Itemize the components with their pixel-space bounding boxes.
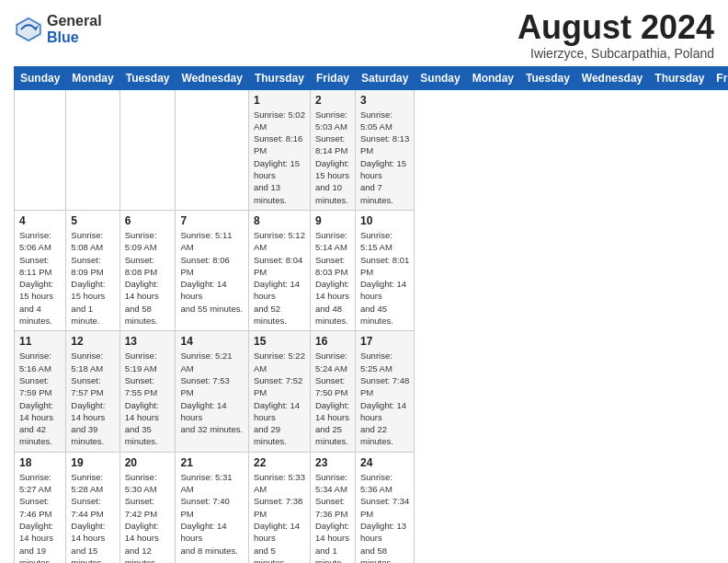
day-info: Sunrise: 5:11 AM Sunset: 8:06 PM Dayligh… bbox=[180, 229, 243, 315]
calendar-table: SundayMondayTuesdayWednesdayThursdayFrid… bbox=[14, 66, 728, 563]
day-number: 10 bbox=[360, 214, 409, 227]
day-number: 12 bbox=[71, 335, 114, 348]
calendar-week-3: 11Sunrise: 5:16 AM Sunset: 7:59 PM Dayli… bbox=[15, 331, 729, 452]
day-info: Sunrise: 5:08 AM Sunset: 8:09 PM Dayligh… bbox=[71, 229, 114, 327]
day-number: 19 bbox=[71, 456, 114, 469]
day-number: 15 bbox=[254, 335, 305, 348]
calendar-cell: 13Sunrise: 5:19 AM Sunset: 7:55 PM Dayli… bbox=[119, 331, 176, 452]
day-info: Sunrise: 5:14 AM Sunset: 8:03 PM Dayligh… bbox=[315, 229, 350, 327]
calendar-cell: 10Sunrise: 5:15 AM Sunset: 8:01 PM Dayli… bbox=[355, 210, 414, 330]
day-number: 23 bbox=[315, 456, 350, 469]
location-subtitle: Iwierzyce, Subcarpathia, Poland bbox=[518, 46, 714, 61]
day-info: Sunrise: 5:02 AM Sunset: 8:16 PM Dayligh… bbox=[254, 109, 305, 206]
calendar-cell: 5Sunrise: 5:08 AM Sunset: 8:09 PM Daylig… bbox=[66, 210, 119, 330]
weekday-header-monday: Monday bbox=[466, 66, 519, 89]
day-number: 6 bbox=[125, 214, 171, 227]
calendar-week-4: 18Sunrise: 5:27 AM Sunset: 7:46 PM Dayli… bbox=[15, 452, 729, 563]
calendar-cell: 20Sunrise: 5:30 AM Sunset: 7:42 PM Dayli… bbox=[119, 452, 176, 563]
day-number: 3 bbox=[360, 94, 409, 107]
weekday-header-monday: Monday bbox=[66, 66, 119, 89]
day-number: 7 bbox=[180, 214, 243, 227]
day-number: 8 bbox=[254, 214, 305, 227]
day-info: Sunrise: 5:18 AM Sunset: 7:57 PM Dayligh… bbox=[71, 350, 114, 447]
calendar-cell: 18Sunrise: 5:27 AM Sunset: 7:46 PM Dayli… bbox=[15, 452, 66, 563]
day-number: 16 bbox=[315, 335, 350, 348]
calendar-cell: 19Sunrise: 5:28 AM Sunset: 7:44 PM Dayli… bbox=[66, 452, 119, 563]
calendar-cell: 1Sunrise: 5:02 AM Sunset: 8:16 PM Daylig… bbox=[248, 89, 310, 210]
calendar-cell: 21Sunrise: 5:31 AM Sunset: 7:40 PM Dayli… bbox=[176, 452, 248, 563]
day-info: Sunrise: 5:34 AM Sunset: 7:36 PM Dayligh… bbox=[315, 471, 350, 563]
svg-marker-0 bbox=[16, 16, 42, 42]
logo-general: General bbox=[47, 13, 102, 29]
calendar-cell: 7Sunrise: 5:11 AM Sunset: 8:06 PM Daylig… bbox=[176, 210, 248, 330]
weekday-header-wednesday: Wednesday bbox=[176, 66, 248, 89]
day-number: 5 bbox=[71, 214, 114, 227]
calendar-cell: 12Sunrise: 5:18 AM Sunset: 7:57 PM Dayli… bbox=[66, 331, 119, 452]
weekday-header-friday: Friday bbox=[310, 66, 355, 89]
calendar-cell bbox=[15, 89, 66, 210]
day-number: 1 bbox=[254, 94, 305, 107]
calendar-cell: 22Sunrise: 5:33 AM Sunset: 7:38 PM Dayli… bbox=[248, 452, 310, 563]
calendar-cell: 6Sunrise: 5:09 AM Sunset: 8:08 PM Daylig… bbox=[119, 210, 176, 330]
calendar-week-2: 4Sunrise: 5:06 AM Sunset: 8:11 PM Daylig… bbox=[15, 210, 729, 330]
title-block: August 2024 Iwierzyce, Subcarpathia, Pol… bbox=[518, 9, 714, 61]
day-number: 14 bbox=[180, 335, 243, 348]
calendar-cell: 24Sunrise: 5:36 AM Sunset: 7:34 PM Dayli… bbox=[355, 452, 414, 563]
calendar-cell: 14Sunrise: 5:21 AM Sunset: 7:53 PM Dayli… bbox=[176, 331, 248, 452]
calendar-cell bbox=[66, 89, 119, 210]
calendar-cell: 17Sunrise: 5:25 AM Sunset: 7:48 PM Dayli… bbox=[355, 331, 414, 452]
logo-icon bbox=[14, 15, 43, 44]
weekday-header-thursday: Thursday bbox=[649, 66, 711, 89]
day-info: Sunrise: 5:06 AM Sunset: 8:11 PM Dayligh… bbox=[19, 229, 61, 327]
weekday-header-thursday: Thursday bbox=[248, 66, 310, 89]
day-info: Sunrise: 5:28 AM Sunset: 7:44 PM Dayligh… bbox=[71, 471, 114, 563]
day-info: Sunrise: 5:25 AM Sunset: 7:48 PM Dayligh… bbox=[360, 350, 409, 447]
day-info: Sunrise: 5:22 AM Sunset: 7:52 PM Dayligh… bbox=[254, 350, 305, 447]
logo: General Blue bbox=[14, 13, 102, 45]
weekday-header-tuesday: Tuesday bbox=[520, 66, 576, 89]
calendar-header-row: SundayMondayTuesdayWednesdayThursdayFrid… bbox=[15, 66, 729, 89]
day-info: Sunrise: 5:31 AM Sunset: 7:40 PM Dayligh… bbox=[180, 471, 243, 557]
weekday-header-saturday: Saturday bbox=[355, 66, 414, 89]
day-number: 4 bbox=[19, 214, 61, 227]
day-info: Sunrise: 5:12 AM Sunset: 8:04 PM Dayligh… bbox=[254, 229, 305, 327]
weekday-header-tuesday: Tuesday bbox=[119, 66, 176, 89]
day-number: 2 bbox=[315, 94, 350, 107]
calendar-cell: 8Sunrise: 5:12 AM Sunset: 8:04 PM Daylig… bbox=[248, 210, 310, 330]
day-number: 17 bbox=[360, 335, 409, 348]
weekday-header-wednesday: Wednesday bbox=[575, 66, 648, 89]
day-info: Sunrise: 5:24 AM Sunset: 7:50 PM Dayligh… bbox=[315, 350, 350, 447]
logo-text: General Blue bbox=[47, 13, 102, 45]
calendar-cell: 3Sunrise: 5:05 AM Sunset: 8:13 PM Daylig… bbox=[355, 89, 414, 210]
day-info: Sunrise: 5:21 AM Sunset: 7:53 PM Dayligh… bbox=[180, 350, 243, 435]
day-number: 22 bbox=[254, 456, 305, 469]
day-info: Sunrise: 5:09 AM Sunset: 8:08 PM Dayligh… bbox=[125, 229, 171, 327]
calendar-cell bbox=[176, 89, 248, 210]
day-info: Sunrise: 5:30 AM Sunset: 7:42 PM Dayligh… bbox=[125, 471, 171, 563]
calendar-cell: 11Sunrise: 5:16 AM Sunset: 7:59 PM Dayli… bbox=[15, 331, 66, 452]
day-number: 20 bbox=[125, 456, 171, 469]
day-number: 11 bbox=[19, 335, 61, 348]
calendar-cell bbox=[119, 89, 176, 210]
calendar-cell: 2Sunrise: 5:03 AM Sunset: 8:14 PM Daylig… bbox=[310, 89, 355, 210]
day-info: Sunrise: 5:16 AM Sunset: 7:59 PM Dayligh… bbox=[19, 350, 61, 447]
day-info: Sunrise: 5:36 AM Sunset: 7:34 PM Dayligh… bbox=[360, 471, 409, 563]
day-info: Sunrise: 5:33 AM Sunset: 7:38 PM Dayligh… bbox=[254, 471, 305, 563]
day-number: 18 bbox=[19, 456, 61, 469]
calendar-cell: 16Sunrise: 5:24 AM Sunset: 7:50 PM Dayli… bbox=[310, 331, 355, 452]
calendar-week-1: 1Sunrise: 5:02 AM Sunset: 8:16 PM Daylig… bbox=[15, 89, 729, 210]
day-info: Sunrise: 5:05 AM Sunset: 8:13 PM Dayligh… bbox=[360, 109, 409, 206]
weekday-header-sunday: Sunday bbox=[415, 66, 466, 89]
calendar-cell: 9Sunrise: 5:14 AM Sunset: 8:03 PM Daylig… bbox=[310, 210, 355, 330]
weekday-header-friday: Friday bbox=[711, 66, 728, 89]
day-info: Sunrise: 5:19 AM Sunset: 7:55 PM Dayligh… bbox=[125, 350, 171, 447]
day-number: 13 bbox=[125, 335, 171, 348]
day-number: 21 bbox=[180, 456, 243, 469]
calendar-cell: 23Sunrise: 5:34 AM Sunset: 7:36 PM Dayli… bbox=[310, 452, 355, 563]
day-info: Sunrise: 5:15 AM Sunset: 8:01 PM Dayligh… bbox=[360, 229, 409, 327]
weekday-header-sunday: Sunday bbox=[15, 66, 66, 89]
calendar-cell: 15Sunrise: 5:22 AM Sunset: 7:52 PM Dayli… bbox=[248, 331, 310, 452]
day-number: 9 bbox=[315, 214, 350, 227]
logo-blue-text: Blue bbox=[47, 29, 102, 46]
page-header: General Blue August 2024 Iwierzyce, Subc… bbox=[14, 9, 714, 61]
